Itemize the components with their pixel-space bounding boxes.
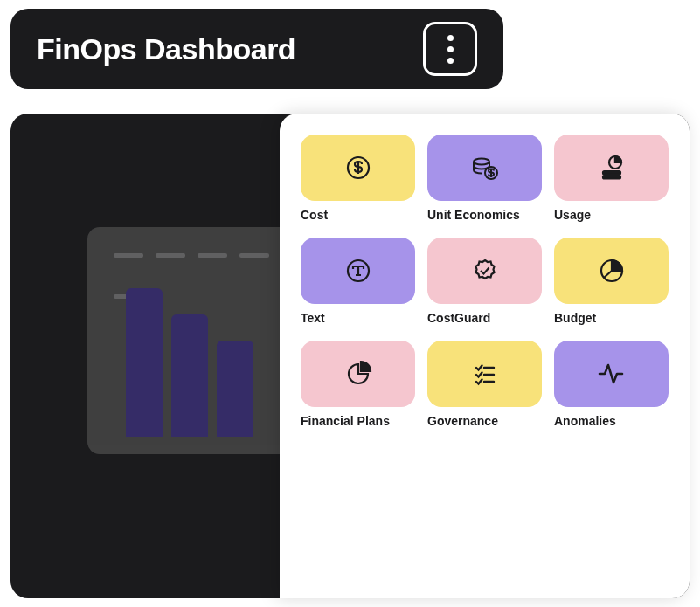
tile-costguard[interactable]: CostGuard	[427, 238, 542, 328]
tile-unit-economics[interactable]: Unit Economics	[427, 135, 542, 225]
checklist-icon	[471, 360, 499, 388]
page-title: FinOps Dashboard	[37, 32, 295, 66]
tile-label: Anomalies	[554, 414, 669, 428]
tile-menu-popup: Cost Unit Economics	[280, 114, 690, 598]
chart-bar	[171, 314, 208, 437]
svg-rect-4	[603, 171, 620, 175]
tile-financial-plans[interactable]: Financial Plans	[301, 341, 415, 431]
vertical-dots-icon	[447, 35, 454, 64]
tile-label: Cost	[301, 208, 415, 222]
tile-label: Financial Plans	[301, 414, 415, 428]
more-menu-button[interactable]	[423, 22, 477, 76]
chart-bar	[217, 341, 253, 437]
tile-label: Budget	[554, 311, 669, 325]
header: FinOps Dashboard	[10, 9, 503, 89]
tile-text[interactable]: Text	[301, 238, 415, 328]
svg-rect-5	[603, 176, 620, 179]
tile-label: CostGuard	[427, 311, 542, 325]
coins-icon	[470, 154, 500, 182]
pie-outline-icon	[344, 360, 372, 388]
tile-label: Governance	[427, 414, 542, 428]
tile-anomalies[interactable]: Anomalies	[554, 341, 669, 431]
dollar-circle-icon	[344, 154, 372, 182]
chart-bar	[126, 288, 163, 437]
activity-icon	[597, 360, 627, 388]
tile-label: Unit Economics	[427, 208, 542, 222]
tile-usage[interactable]: Usage	[554, 135, 669, 225]
pie-slice-icon	[598, 257, 626, 285]
tile-label: Text	[301, 311, 415, 325]
svg-point-1	[474, 159, 489, 165]
tile-governance[interactable]: Governance	[427, 341, 542, 431]
badge-check-icon	[471, 257, 499, 285]
tile-cost[interactable]: Cost	[301, 135, 415, 225]
tile-budget[interactable]: Budget	[554, 238, 669, 328]
tile-label: Usage	[554, 208, 669, 222]
pie-stack-icon	[598, 154, 626, 182]
text-circle-icon	[344, 257, 372, 285]
